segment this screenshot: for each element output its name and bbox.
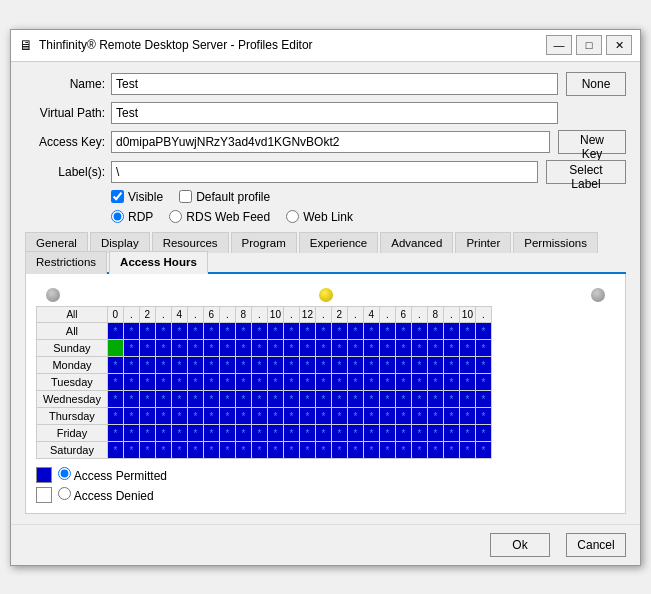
cell-saturday-2[interactable]: * [139,441,155,458]
cell-monday-15[interactable]: * [347,356,363,373]
none-button[interactable]: None [566,72,626,96]
cell-monday-19[interactable]: * [411,356,427,373]
cell-monday-11[interactable]: * [283,356,299,373]
cell-sunday-8[interactable]: * [235,339,251,356]
cell-thursday-6[interactable]: * [203,407,219,424]
cell-tuesday-15[interactable]: * [347,373,363,390]
close-button[interactable]: ✕ [606,35,632,55]
cell-thursday-2[interactable]: * [139,407,155,424]
cell-wednesday-5[interactable]: * [187,390,203,407]
cell-wednesday-12[interactable]: * [299,390,315,407]
cell-saturday-15[interactable]: * [347,441,363,458]
cell-monday-7[interactable]: * [219,356,235,373]
cell-thursday-16[interactable]: * [363,407,379,424]
cell-saturday-16[interactable]: * [363,441,379,458]
cell-monday-20[interactable]: * [427,356,443,373]
cell-thursday-22[interactable]: * [459,407,475,424]
cell-thursday-20[interactable]: * [427,407,443,424]
tab-printer[interactable]: Printer [455,232,511,253]
cell-thursday-1[interactable]: * [123,407,139,424]
cell-tuesday-13[interactable]: * [315,373,331,390]
access-denied-radio[interactable] [58,487,71,500]
cell-friday-5[interactable]: * [187,424,203,441]
cell-sunday-9[interactable]: * [251,339,267,356]
cell-saturday-10[interactable]: * [267,441,283,458]
cell-all-3[interactable]: * [155,322,171,339]
cell-sunday-18[interactable]: * [395,339,411,356]
cell-wednesday-8[interactable]: * [235,390,251,407]
cell-wednesday-22[interactable]: * [459,390,475,407]
cell-thursday-3[interactable]: * [155,407,171,424]
maximize-button[interactable]: □ [576,35,602,55]
cell-saturday-5[interactable]: * [187,441,203,458]
cell-saturday-6[interactable]: * [203,441,219,458]
cell-tuesday-19[interactable]: * [411,373,427,390]
cell-tuesday-22[interactable]: * [459,373,475,390]
cell-tuesday-20[interactable]: * [427,373,443,390]
cell-monday-1[interactable]: * [123,356,139,373]
cell-friday-23[interactable]: * [475,424,491,441]
cell-all-18[interactable]: * [395,322,411,339]
cell-friday-14[interactable]: * [331,424,347,441]
cell-sunday-16[interactable]: * [363,339,379,356]
cell-thursday-23[interactable]: * [475,407,491,424]
cell-friday-13[interactable]: * [315,424,331,441]
labels-input[interactable] [111,161,538,183]
cell-sunday-2[interactable]: * [139,339,155,356]
cell-thursday-21[interactable]: * [443,407,459,424]
cell-wednesday-20[interactable]: * [427,390,443,407]
cell-all-17[interactable]: * [379,322,395,339]
cell-wednesday-16[interactable]: * [363,390,379,407]
cell-sunday-21[interactable]: * [443,339,459,356]
cell-saturday-3[interactable]: * [155,441,171,458]
cell-sunday-15[interactable]: * [347,339,363,356]
cell-monday-10[interactable]: * [267,356,283,373]
cell-all-4[interactable]: * [171,322,187,339]
cell-friday-11[interactable]: * [283,424,299,441]
cell-sunday-5[interactable]: * [187,339,203,356]
cell-sunday-1[interactable]: * [123,339,139,356]
cell-friday-7[interactable]: * [219,424,235,441]
cell-thursday-13[interactable]: * [315,407,331,424]
cell-saturday-19[interactable]: * [411,441,427,458]
cell-saturday-1[interactable]: * [123,441,139,458]
cell-all-5[interactable]: * [187,322,203,339]
cell-sunday-3[interactable]: * [155,339,171,356]
cell-tuesday-11[interactable]: * [283,373,299,390]
cell-wednesday-15[interactable]: * [347,390,363,407]
cell-monday-22[interactable]: * [459,356,475,373]
cell-thursday-0[interactable]: * [107,407,123,424]
cell-monday-16[interactable]: * [363,356,379,373]
cell-friday-18[interactable]: * [395,424,411,441]
cell-all-10[interactable]: * [267,322,283,339]
cell-saturday-7[interactable]: * [219,441,235,458]
web-link-radio-label[interactable]: Web Link [286,210,353,224]
cell-all-16[interactable]: * [363,322,379,339]
web-link-radio[interactable] [286,210,299,223]
cell-wednesday-18[interactable]: * [395,390,411,407]
cell-saturday-11[interactable]: * [283,441,299,458]
cell-wednesday-17[interactable]: * [379,390,395,407]
cell-saturday-22[interactable]: * [459,441,475,458]
cell-friday-21[interactable]: * [443,424,459,441]
cell-tuesday-4[interactable]: * [171,373,187,390]
default-profile-checkbox[interactable] [179,190,192,203]
cell-tuesday-3[interactable]: * [155,373,171,390]
cell-friday-15[interactable]: * [347,424,363,441]
cell-all-9[interactable]: * [251,322,267,339]
cell-tuesday-8[interactable]: * [235,373,251,390]
cell-monday-4[interactable]: * [171,356,187,373]
name-input[interactable] [111,73,558,95]
cell-monday-18[interactable]: * [395,356,411,373]
cell-saturday-13[interactable]: * [315,441,331,458]
cell-friday-3[interactable]: * [155,424,171,441]
cell-wednesday-7[interactable]: * [219,390,235,407]
cell-tuesday-0[interactable]: * [107,373,123,390]
cell-thursday-11[interactable]: * [283,407,299,424]
cell-wednesday-6[interactable]: * [203,390,219,407]
cell-all-6[interactable]: * [203,322,219,339]
cell-tuesday-17[interactable]: * [379,373,395,390]
visible-checkbox-label[interactable]: Visible [111,190,163,204]
cell-all-0[interactable]: * [107,322,123,339]
cell-monday-13[interactable]: * [315,356,331,373]
